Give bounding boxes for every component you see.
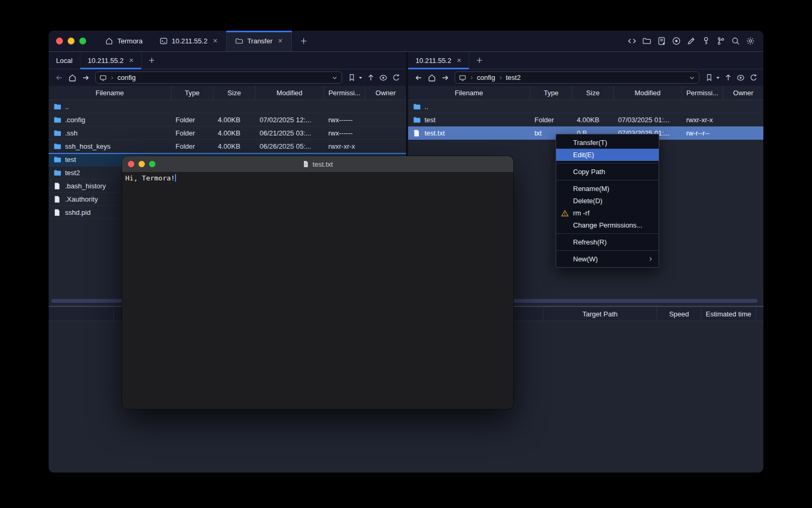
menu-separator [556,233,659,234]
home-icon[interactable] [426,72,437,83]
forward-icon[interactable] [439,72,450,83]
pencil-icon[interactable] [686,36,696,46]
back-icon[interactable] [53,72,64,83]
close-icon[interactable]: ✕ [278,38,283,44]
editor-zoom-button[interactable] [149,161,155,167]
show-hidden-icon[interactable] [378,72,389,83]
record-icon[interactable] [671,36,681,46]
editor-window: test.txt Hi, Termora! [122,156,513,409]
tab-remote-host[interactable]: 10.211.55.2 ✕ [408,52,469,69]
column-header-owner[interactable]: Owner [365,86,406,99]
new-tab-button[interactable] [292,31,316,51]
chevron-down-icon[interactable] [689,75,695,81]
submenu-chevron-icon [648,256,653,262]
editor-minimize-button[interactable] [139,161,145,167]
menu-item-edit[interactable]: Edit(E) [556,149,659,161]
filename: test [425,116,436,124]
column-header-type[interactable]: Type [530,86,573,99]
transfer-column-target-path[interactable]: Target Path [543,307,657,321]
bookmark-icon[interactable] [704,72,714,83]
search-icon[interactable] [731,36,741,46]
table-row[interactable]: .. [49,100,406,113]
chevron-down-icon[interactable] [331,75,338,81]
refresh-icon[interactable] [391,72,401,83]
document-icon [302,160,309,168]
menu-item-transfer[interactable]: Transfer(T) [556,137,659,149]
menu-item-rm-rf[interactable]: rm -rf [556,207,659,219]
table-row[interactable]: test Folder4.00KB07/03/2025 01:...rwxr-x… [408,113,763,126]
show-hidden-icon[interactable] [735,72,746,83]
keychain-icon[interactable] [716,36,726,46]
column-header-owner[interactable]: Owner [723,86,763,99]
caret-down-icon[interactable] [357,72,363,83]
right-path-toolbar: config test2 [408,69,763,86]
menu-item-new[interactable]: New(W) [556,253,659,265]
column-header-modified[interactable]: Modified [614,86,682,99]
log-icon[interactable] [657,36,667,46]
path-segment[interactable]: test2 [506,74,521,81]
close-icon[interactable]: ✕ [213,38,217,44]
tab-termora-home[interactable]: Termora [97,31,151,51]
editor-text-area[interactable]: Hi, Termora! [122,172,513,409]
close-window-button[interactable] [56,38,63,44]
close-icon[interactable]: ✕ [457,57,462,64]
upload-icon[interactable] [365,72,376,83]
column-header-size[interactable]: Size [573,86,614,99]
transfer-column-blank [756,307,763,321]
bookmark-icon[interactable] [346,72,357,83]
minimize-window-button[interactable] [68,38,75,44]
menu-item-delete[interactable]: Delete(D) [556,195,659,207]
settings-icon[interactable] [745,36,755,46]
home-icon [105,37,113,45]
bookmark-group [346,72,363,83]
code-icon[interactable] [627,36,637,46]
tab-local[interactable]: Local [49,52,80,69]
column-header-filename[interactable]: Filename [49,86,171,99]
tab-label: 10.211.55.2 [88,57,124,65]
column-header-size[interactable]: Size [214,86,255,99]
editor-close-button[interactable] [128,161,134,167]
close-icon[interactable]: ✕ [129,57,134,64]
home-icon[interactable] [67,72,78,83]
back-icon[interactable] [413,72,424,83]
editor-title-text: test.txt [312,160,333,168]
table-row[interactable]: .. [408,100,763,113]
forward-icon[interactable] [80,72,91,83]
upload-icon[interactable] [723,72,733,83]
filename: .. [65,103,69,111]
menu-item-rename[interactable]: Rename(M) [556,183,659,195]
key-icon[interactable] [701,36,711,46]
zoom-window-button[interactable] [79,38,86,44]
menu-item-refresh[interactable]: Refresh(R) [556,236,659,248]
column-header-permissions[interactable]: Permissi... [682,86,723,99]
tab-ssh-session[interactable]: 10.211.55.2 ✕ [151,31,226,51]
transfer-column-speed[interactable]: Speed [657,307,702,321]
caret-down-icon[interactable] [715,72,721,83]
tab-label: 10.211.55.2 [172,37,208,45]
add-pane-tab-button[interactable] [469,52,490,69]
tab-label: 10.211.55.2 [416,57,451,65]
menu-item-change-permissions[interactable]: Change Permissions... [556,219,659,231]
table-row[interactable]: .ssh Folder4.00KB06/21/2025 03:...rwx---… [49,126,406,140]
table-row[interactable]: .config Folder4.00KB07/02/2025 12:...rwx… [49,113,406,126]
menu-separator [556,163,659,164]
refresh-icon[interactable] [748,72,759,83]
column-header-permissions[interactable]: Permissi... [324,86,365,99]
editor-titlebar[interactable]: test.txt [122,156,513,172]
column-header-modified[interactable]: Modified [255,86,324,99]
folder-icon [53,156,61,164]
menu-item-copy-path[interactable]: Copy Path [556,166,659,178]
folder-icon[interactable] [642,36,652,46]
tab-remote-host[interactable]: 10.211.55.2 ✕ [80,52,142,69]
transfer-column-estimated-time[interactable]: Estimated time [702,307,756,321]
tab-transfer[interactable]: Transfer ✕ [226,31,292,51]
path-segment[interactable]: config [477,74,495,81]
path-segment[interactable]: config [117,74,136,81]
table-row[interactable]: ssh_host_keys Folder4.00KB06/26/2025 05:… [49,140,406,153]
add-pane-tab-button[interactable] [142,52,162,69]
column-header-type[interactable]: Type [171,86,214,99]
traffic-lights [49,31,97,51]
column-header-filename[interactable]: Filename [408,86,530,99]
right-path-field[interactable]: config test2 [455,71,699,84]
left-path-field[interactable]: config [95,71,342,84]
